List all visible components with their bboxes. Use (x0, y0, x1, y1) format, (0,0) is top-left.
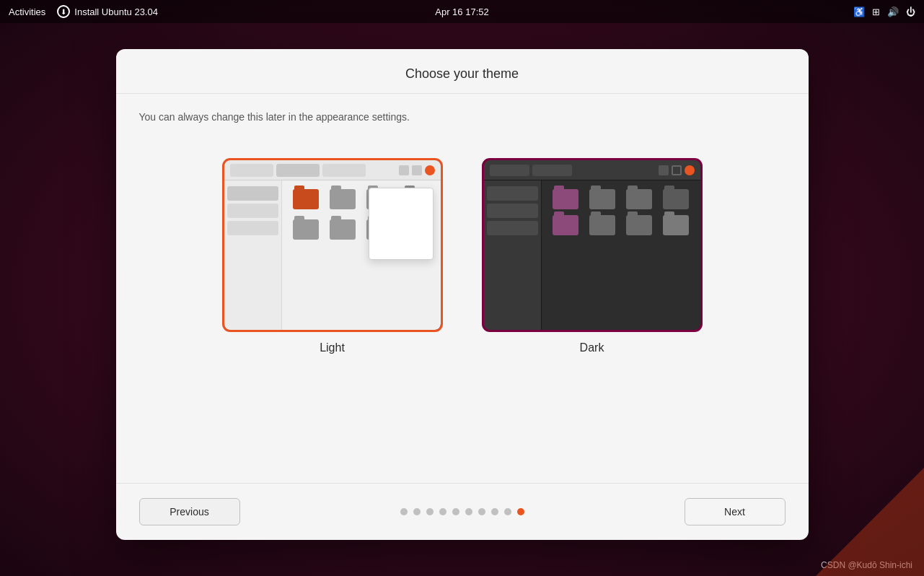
lp-tab-1 (230, 164, 273, 177)
lp-sidebar (224, 180, 282, 330)
dp-folder-icon-8 (663, 215, 689, 235)
dp-folder-icon-3 (626, 189, 652, 209)
dp-tab-1 (490, 165, 529, 176)
pagination-dot-1 (400, 508, 408, 515)
dp-folder-icon-6 (589, 215, 615, 235)
corner-decoration (816, 468, 924, 576)
volume-icon[interactable]: 🔊 (887, 6, 899, 17)
pagination-dot-5 (452, 508, 459, 515)
accessibility-icon[interactable]: ♿ (853, 6, 865, 17)
lp-folder-icon-2 (330, 189, 356, 209)
dp-folder-icon-5 (553, 215, 578, 235)
system-tray: ♿ ⊞ 🔊 ⏻ (853, 6, 915, 17)
dialog-footer: Previous Next (116, 483, 809, 540)
pagination-dot-2 (413, 508, 421, 515)
lp-folder-6 (327, 219, 358, 240)
lp-context-popup (369, 188, 434, 260)
dp-sidebar-item-2 (487, 204, 538, 218)
dp-close-btn (685, 165, 695, 175)
install-label: Install Ubuntu 23.04 (74, 6, 158, 17)
pagination-dot-7 (478, 508, 485, 515)
dp-body (484, 180, 700, 330)
lp-body (224, 180, 441, 330)
lp-max-btn (412, 165, 422, 175)
dp-main (542, 180, 700, 330)
dialog-title: Choose your theme (139, 66, 786, 82)
dp-folder-8 (661, 215, 692, 235)
next-button[interactable]: Next (685, 498, 786, 525)
installer-dialog: Choose your theme You can always change … (116, 49, 809, 540)
light-theme-option[interactable]: Light (224, 160, 441, 354)
dp-sidebar-item-1 (487, 186, 538, 201)
lp-folder-icon-5 (293, 219, 319, 240)
lp-folder-icon-1 (293, 189, 319, 209)
dp-folder-icon-1 (553, 189, 578, 209)
dp-sidebar-item-3 (487, 221, 538, 235)
pagination-dot-9 (504, 508, 511, 515)
install-ubuntu-button[interactable]: ⬇ Install Ubuntu 23.04 (57, 5, 158, 18)
lp-folder-icon-6 (330, 219, 356, 240)
pagination-dot-3 (426, 508, 434, 515)
dp-max-btn (672, 165, 682, 175)
lp-folder-5 (291, 219, 322, 240)
lp-controls (399, 165, 435, 175)
dp-tab-2 (532, 165, 572, 176)
pagination-dot-4 (439, 508, 446, 515)
dp-folder-1 (550, 189, 581, 209)
lp-folder-2 (327, 189, 358, 209)
pagination-dot-10 (517, 508, 524, 515)
dp-folder-4 (661, 189, 692, 209)
power-icon[interactable]: ⏻ (906, 6, 915, 17)
lp-tab-2 (276, 164, 320, 177)
lp-titlebar (224, 160, 441, 180)
theme-options-container: Light (139, 146, 786, 369)
dialog-content: You can always change this later in the … (116, 94, 809, 483)
dp-titlebar (484, 160, 700, 180)
dp-folder-7 (624, 215, 655, 235)
pagination-dot-8 (491, 508, 498, 515)
dp-folder-icon-2 (589, 189, 615, 209)
dp-controls (659, 165, 695, 175)
lp-sidebar-item-3 (227, 221, 278, 235)
dp-folder-icon-4 (663, 189, 689, 209)
dp-folder-5 (550, 215, 581, 235)
dp-folder-6 (587, 215, 618, 235)
pagination-dot-6 (465, 508, 472, 515)
lp-sidebar-item-2 (227, 204, 278, 218)
dp-sidebar (484, 180, 542, 330)
lp-folder-1 (291, 189, 322, 209)
pagination-dots (400, 508, 524, 515)
top-bar: Activities ⬇ Install Ubuntu 23.04 Apr 16… (0, 0, 924, 23)
dp-folder-grid-top (550, 189, 692, 209)
activities-label[interactable]: Activities (9, 6, 45, 17)
lp-min-btn (399, 165, 409, 175)
lp-main (282, 180, 441, 330)
dp-folder-2 (587, 189, 618, 209)
light-theme-preview[interactable] (224, 160, 441, 330)
lp-sidebar-item-1 (227, 186, 278, 201)
dp-folder-grid-bottom (550, 215, 692, 235)
light-theme-label: Light (320, 341, 345, 354)
datetime-display: Apr 16 17:52 (435, 6, 488, 17)
dark-theme-preview[interactable] (484, 160, 700, 330)
dp-folder-icon-7 (626, 215, 652, 235)
subtitle-text: You can always change this later in the … (139, 111, 786, 123)
network-icon[interactable]: ⊞ (872, 6, 880, 17)
dp-min-btn (659, 165, 669, 175)
dark-theme-label: Dark (580, 341, 604, 354)
dp-folder-3 (624, 189, 655, 209)
lp-tab-3 (322, 164, 366, 177)
dark-theme-option[interactable]: Dark (484, 160, 700, 354)
install-icon: ⬇ (57, 5, 70, 18)
dialog-header: Choose your theme (116, 49, 809, 94)
lp-close-btn (425, 165, 435, 175)
previous-button[interactable]: Previous (139, 498, 240, 525)
